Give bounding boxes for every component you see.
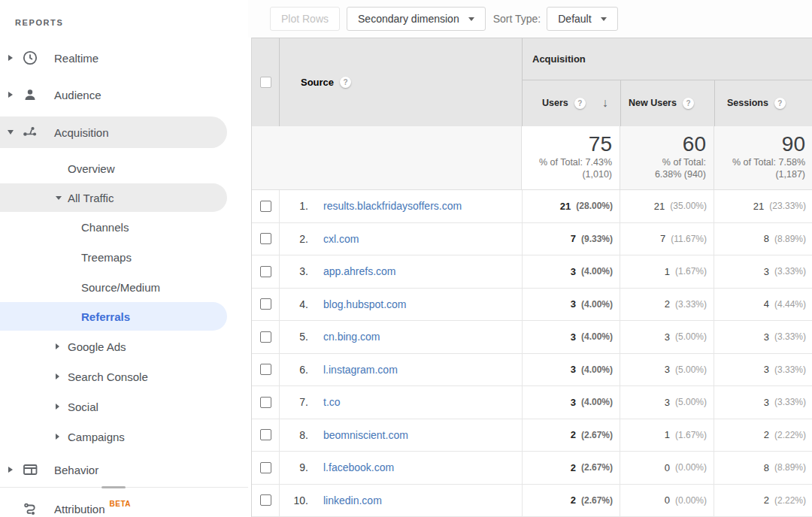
sidebar-item-label: Channels xyxy=(81,221,129,234)
scrollbar-thumb[interactable] xyxy=(102,486,126,488)
table-row: 10. linkedin.com 2 (2.67%) 0 (0.00%) 2 xyxy=(252,485,812,517)
row-checkbox[interactable] xyxy=(260,462,271,473)
source-link[interactable]: app.ahrefs.com xyxy=(323,265,396,277)
new-users-column-header[interactable]: New Users ? xyxy=(620,80,714,126)
source-link[interactable]: blog.hubspot.com xyxy=(323,298,407,310)
sort-type-value: Default xyxy=(558,13,591,25)
row-index: 4. xyxy=(286,298,308,310)
expand-arrow-icon[interactable] xyxy=(56,392,59,422)
sessions-percent: (2.22%) xyxy=(774,430,806,440)
sidebar-item-source-medium[interactable]: Source/Medium xyxy=(0,272,248,302)
users-value: 3 xyxy=(571,298,576,310)
users-value: 3 xyxy=(571,364,576,375)
source-link[interactable]: beomniscient.com xyxy=(323,429,408,441)
help-icon[interactable]: ? xyxy=(574,98,586,109)
clock-icon xyxy=(21,49,39,67)
expand-arrow-icon[interactable] xyxy=(6,467,15,473)
collapse-arrow-icon[interactable] xyxy=(6,130,15,135)
sidebar-item-search-console[interactable]: Search Console xyxy=(0,361,248,392)
sidebar-item-behavior[interactable]: Behavior xyxy=(0,454,248,485)
source-link[interactable]: linkedin.com xyxy=(323,494,382,506)
sidebar-item-social[interactable]: Social xyxy=(0,392,248,422)
users-summary-cell: 75 % of Total: 7.43% (1,010) xyxy=(522,126,620,189)
expand-arrow-icon[interactable] xyxy=(6,55,15,61)
table-row: 2. cxl.com 7 (9.33%) 7 (11.67%) 8 xyxy=(252,223,812,256)
users-value: 3 xyxy=(571,266,576,277)
new-users-value: 3 xyxy=(665,397,670,408)
sort-descending-icon[interactable]: ↓ xyxy=(602,96,608,110)
sessions-value: 3 xyxy=(764,331,769,343)
sessions-cell: 2 (2.22%) xyxy=(714,419,812,452)
row-checkbox[interactable] xyxy=(260,266,271,277)
new-users-pct-of-total: % of Total: xyxy=(620,156,706,168)
source-link[interactable]: results.blackfridaysoffers.com xyxy=(323,200,462,212)
sidebar-item-label: Referrals xyxy=(81,310,130,323)
sessions-percent: (2.22%) xyxy=(774,495,806,506)
row-index: 9. xyxy=(286,461,308,473)
row-checkbox[interactable] xyxy=(260,298,271,310)
acquisition-group-header: Acquisition xyxy=(523,38,812,80)
row-checkbox-cell xyxy=(252,452,280,484)
chevron-down-icon xyxy=(468,17,474,21)
row-checkbox[interactable] xyxy=(260,201,271,212)
users-value: 2 xyxy=(571,462,576,473)
sidebar-item-audience[interactable]: Audience xyxy=(0,79,248,110)
new-users-cell: 0 (0.00%) xyxy=(620,485,714,517)
help-icon[interactable]: ? xyxy=(340,77,351,88)
source-link[interactable]: t.co xyxy=(323,396,341,408)
table-toolbar: Plot Rows Secondary dimension Sort Type:… xyxy=(248,0,812,38)
expand-arrow-icon[interactable] xyxy=(6,92,15,98)
sidebar-item-attribution[interactable]: Attribution BETA xyxy=(0,493,248,517)
row-checkbox[interactable] xyxy=(260,331,271,343)
users-value: 2 xyxy=(571,429,576,440)
sidebar-item-label: Realtime xyxy=(54,52,98,65)
sort-type-label: Sort Type: xyxy=(493,13,541,25)
sidebar-item-acquisition[interactable]: Acquisition xyxy=(0,116,227,148)
sidebar-item-campaigns[interactable]: Campaigns xyxy=(0,422,248,452)
sidebar-item-all-traffic[interactable]: All Traffic xyxy=(0,183,227,212)
users-percent: (28.00%) xyxy=(576,201,613,211)
users-percent: (4.00%) xyxy=(581,331,613,342)
users-cell: 3 (4.00%) xyxy=(522,321,620,353)
row-checkbox[interactable] xyxy=(260,397,271,408)
secondary-dimension-dropdown[interactable]: Secondary dimension xyxy=(347,7,486,31)
sessions-header-label: Sessions xyxy=(727,98,768,108)
collapse-arrow-icon[interactable] xyxy=(56,183,62,212)
users-column-header[interactable]: Users ? ↓ xyxy=(523,80,620,126)
summary-row: 75 % of Total: 7.43% (1,010) 60 % of Tot… xyxy=(252,126,812,190)
row-checkbox[interactable] xyxy=(260,494,271,506)
table-row: 8. beomniscient.com 2 (2.67%) 1 (1.67%) xyxy=(252,419,812,452)
users-cell: 3 (4.00%) xyxy=(522,255,620,288)
expand-arrow-icon[interactable] xyxy=(56,422,59,452)
sidebar-item-google-ads[interactable]: Google Ads xyxy=(0,331,248,361)
row-index: 10. xyxy=(286,494,308,506)
sidebar-item-treemaps[interactable]: Treemaps xyxy=(0,242,248,272)
sidebar-item-referrals[interactable]: Referrals xyxy=(0,302,227,331)
users-percent: (4.00%) xyxy=(581,299,613,310)
sidebar-item-label: Acquisition xyxy=(54,126,109,139)
source-link[interactable]: cxl.com xyxy=(323,233,359,245)
source-cell: 7. t.co xyxy=(280,386,522,419)
source-link[interactable]: cn.bing.com xyxy=(323,331,380,343)
sort-type-dropdown[interactable]: Default xyxy=(547,7,617,31)
expand-arrow-icon[interactable] xyxy=(56,361,59,392)
source-link[interactable]: l.instagram.com xyxy=(323,364,398,376)
row-checkbox[interactable] xyxy=(260,364,271,375)
help-icon[interactable]: ? xyxy=(774,98,786,109)
users-percent: (4.00%) xyxy=(581,364,613,375)
select-all-checkbox[interactable] xyxy=(260,77,271,88)
sidebar-item-channels[interactable]: Channels xyxy=(0,212,248,242)
new-users-percent: (11.67%) xyxy=(671,234,707,244)
new-users-percent: (35.00%) xyxy=(670,201,707,211)
row-checkbox[interactable] xyxy=(260,233,271,244)
plot-rows-button[interactable]: Plot Rows xyxy=(270,7,340,31)
expand-arrow-icon[interactable] xyxy=(56,331,59,361)
source-link[interactable]: l.facebook.com xyxy=(323,461,394,473)
source-column-header[interactable]: Source ? xyxy=(280,38,522,126)
row-checkbox[interactable] xyxy=(260,429,271,440)
sessions-column-header[interactable]: Sessions ? xyxy=(714,80,812,126)
sidebar-item-realtime[interactable]: Realtime xyxy=(0,42,248,74)
row-checkbox-cell xyxy=(252,255,280,288)
sidebar-item-overview[interactable]: Overview xyxy=(0,153,248,183)
help-icon[interactable]: ? xyxy=(683,98,694,109)
